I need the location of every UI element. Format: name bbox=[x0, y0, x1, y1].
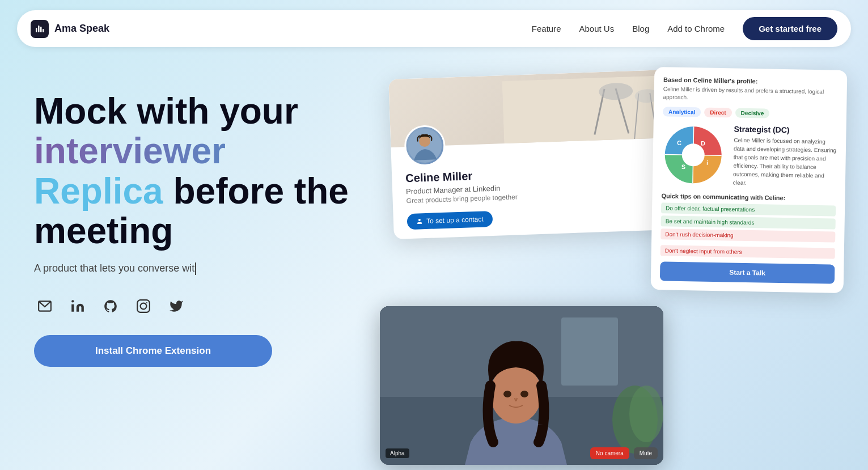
hero-title-line2: Replica before bbox=[34, 171, 294, 211]
hero-title-replica: Replica bbox=[34, 171, 163, 211]
disc-card: Based on Celine Miller's profile: Celine… bbox=[651, 67, 848, 293]
contact-button[interactable]: To set up a contact bbox=[407, 211, 493, 230]
hero-title-line1: Mock with your bbox=[34, 91, 298, 132]
nav-about[interactable]: About Us bbox=[579, 24, 615, 33]
svg-point-33 bbox=[503, 391, 511, 397]
install-chrome-button[interactable]: Install Chrome Extension bbox=[34, 335, 272, 367]
svg-text:S: S bbox=[681, 163, 686, 170]
nav-links: Feature About Us Blog Add to Chrome Get … bbox=[532, 17, 837, 40]
contact-icon bbox=[416, 218, 423, 225]
hero-title-interviewer: interviewer bbox=[34, 131, 363, 171]
disc-tag-decisive: Decisive bbox=[735, 108, 770, 118]
logo-graphic bbox=[34, 23, 45, 35]
social-icons bbox=[34, 295, 363, 317]
video-label: Alpha bbox=[386, 448, 409, 458]
svg-rect-9 bbox=[502, 75, 674, 147]
avatar-image bbox=[407, 128, 442, 163]
get-started-button[interactable]: Get started free bbox=[743, 17, 837, 40]
svg-rect-1 bbox=[38, 26, 40, 32]
background-graphic bbox=[502, 75, 674, 147]
no-camera-button[interactable]: No camera bbox=[590, 447, 629, 459]
svg-text:i: i bbox=[706, 159, 708, 166]
logo[interactable]: Ama Speak bbox=[31, 20, 109, 38]
mute-button[interactable]: Mute bbox=[634, 447, 658, 459]
disc-card-desc: Celine Miller is driven by results and p… bbox=[663, 85, 837, 104]
svg-rect-3 bbox=[43, 29, 44, 32]
email-icon[interactable] bbox=[34, 295, 56, 317]
navbar: Ama Speak Feature About Us Blog Add to C… bbox=[17, 10, 851, 47]
disc-card-title: Based on Celine Miller's profile: bbox=[663, 76, 838, 86]
disc-tag-direct: Direct bbox=[704, 108, 732, 118]
disc-chart-container: D i S C Strategist (DC) Celine Miller is… bbox=[662, 123, 837, 188]
tip-green-1: Do offer clear, factual presentations bbox=[661, 202, 836, 216]
disc-type: Strategist (DC) bbox=[734, 125, 837, 136]
disc-chart: D i S C bbox=[662, 123, 725, 187]
github-icon[interactable] bbox=[100, 295, 121, 317]
logo-text: Ama Speak bbox=[54, 23, 109, 35]
hero-title-before: before bbox=[173, 171, 284, 211]
tip-red-2: Don't neglect input from others bbox=[660, 245, 835, 259]
svg-point-8 bbox=[146, 302, 147, 303]
start-talk-button[interactable]: Start a Talk bbox=[660, 261, 835, 283]
tip-red-1: Don't rush decision-making bbox=[660, 228, 835, 242]
svg-rect-27 bbox=[561, 317, 618, 386]
video-person: Alpha No camera Mute bbox=[380, 306, 663, 465]
svg-point-34 bbox=[520, 391, 528, 397]
linkedin-icon[interactable] bbox=[67, 295, 88, 317]
hero-title: Mock with your interviewer Replica befor… bbox=[34, 91, 363, 251]
svg-rect-0 bbox=[36, 28, 37, 32]
disc-info: Strategist (DC) Celine Miller is focused… bbox=[733, 125, 837, 189]
svg-text:C: C bbox=[677, 139, 681, 146]
instagram-icon[interactable] bbox=[133, 295, 154, 317]
video-person-graphic bbox=[380, 306, 663, 465]
video-card: Alpha No camera Mute bbox=[380, 306, 663, 465]
logo-icon bbox=[31, 20, 49, 38]
disc-type-desc: Celine Miller is focused on analyzing da… bbox=[733, 136, 837, 189]
nav-feature[interactable]: Feature bbox=[532, 24, 561, 33]
svg-point-29 bbox=[629, 386, 663, 442]
text-cursor bbox=[195, 262, 196, 275]
disc-tags: Analytical Direct Decisive bbox=[663, 107, 837, 119]
svg-point-7 bbox=[141, 303, 147, 309]
quick-tips-label: Quick tips on communicating with Celine: bbox=[661, 192, 836, 202]
video-controls: Alpha No camera Mute bbox=[386, 447, 658, 459]
nav-blog[interactable]: Blog bbox=[632, 24, 649, 33]
tip-green-2: Be set and maintain high standards bbox=[661, 215, 836, 229]
svg-rect-6 bbox=[137, 300, 150, 312]
video-buttons: No camera Mute bbox=[590, 447, 658, 459]
twitter-icon[interactable] bbox=[166, 295, 187, 317]
hero-right: Celine Miller Product Manager at Linkedi… bbox=[363, 69, 834, 470]
profile-card-header bbox=[388, 69, 685, 147]
svg-text:D: D bbox=[701, 140, 705, 147]
hero-left: Mock with your interviewer Replica befor… bbox=[34, 69, 363, 470]
disc-tag-analytical: Analytical bbox=[663, 107, 701, 117]
hero-subtitle: A product that lets you converse wit bbox=[34, 262, 363, 275]
svg-rect-2 bbox=[40, 27, 42, 32]
svg-point-5 bbox=[71, 300, 74, 302]
nav-add-chrome[interactable]: Add to Chrome bbox=[667, 24, 725, 33]
hero-section: Mock with your interviewer Replica befor… bbox=[0, 57, 868, 470]
profile-card: Celine Miller Product Manager at Linkedi… bbox=[388, 69, 689, 239]
